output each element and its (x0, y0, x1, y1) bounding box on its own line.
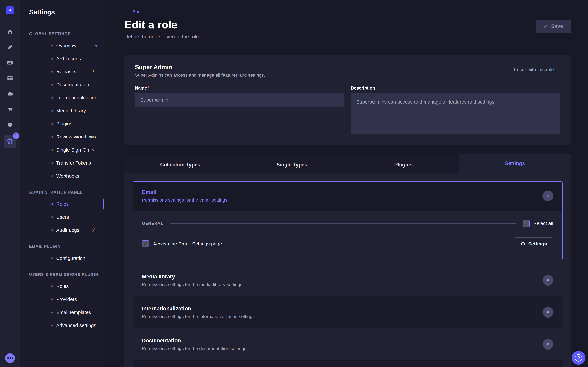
bullet-icon (52, 136, 53, 138)
bullet-icon (52, 257, 53, 259)
bullet-icon (52, 58, 53, 59)
sidebar-item-roles-admin[interactable]: Roles (20, 198, 104, 211)
save-button[interactable]: ✓ Save (536, 20, 571, 33)
rail-divider (0, 20, 20, 20)
accordion-title: Email (142, 189, 227, 195)
name-input[interactable] (135, 93, 344, 107)
expand-button[interactable]: ▼ (543, 275, 553, 286)
sidebar-item-plugins[interactable]: Plugins (20, 117, 104, 130)
accordion-title: Internationalization (142, 306, 255, 312)
chevron-down-icon: ▼ (546, 279, 550, 282)
email-settings-button[interactable]: ⚙ Settings (514, 237, 553, 250)
sidebar-item-media-library[interactable]: Media Library (20, 104, 104, 117)
sidebar-item-review-workflows[interactable]: Review Workflows ⚡ (20, 130, 104, 143)
tab-single-types[interactable]: Single Types (236, 156, 348, 173)
bullet-icon (52, 123, 53, 125)
accordion-internationalization[interactable]: Internationalization Permissions setting… (133, 296, 562, 328)
permission-checkbox[interactable]: ✓ (142, 240, 149, 247)
media-library-icon[interactable] (0, 55, 20, 70)
description-field-group: Description (351, 86, 560, 134)
description-textarea[interactable] (351, 93, 560, 134)
permission-label: Access the Email Settings page (153, 241, 222, 247)
bullet-icon (52, 175, 53, 177)
sidebar-item-overview[interactable]: Overview (20, 39, 104, 52)
subnav-divider (29, 21, 37, 21)
general-label: GENERAL (142, 221, 163, 226)
bullet-icon (52, 216, 53, 218)
gear-glyph-icon: ⚙ (6, 137, 13, 145)
content-manager-feather-icon[interactable] (0, 40, 20, 55)
sidebar-item-configuration[interactable]: Configuration (20, 252, 104, 265)
expand-button[interactable]: ▼ (543, 307, 553, 318)
expand-button[interactable]: ▼ (543, 339, 553, 350)
tab-collection-types[interactable]: Collection Types (124, 156, 236, 173)
checkmark-icon: ✓ (524, 221, 528, 226)
page-title: Edit a role (124, 18, 571, 31)
sidebar-item-internationalization[interactable]: Internationalization (20, 91, 104, 104)
sidebar-item-releases[interactable]: Releases ⚡ (20, 65, 104, 78)
section-administration-panel: ADMINISTRATION PANEL Roles Users Audit L… (20, 190, 104, 237)
tab-plugins[interactable]: Plugins (347, 156, 459, 173)
section-label: ADMINISTRATION PANEL (20, 190, 104, 195)
bullet-icon (52, 149, 53, 151)
sidebar-item-roles-up[interactable]: Roles (20, 280, 104, 293)
sidebar-item-audit-logs[interactable]: Audit Logs ⚡ (20, 224, 104, 237)
sidebar-item-webhooks[interactable]: Webhooks (20, 169, 104, 183)
main-content: ← Back Edit a role Define the rights giv… (104, 0, 588, 367)
marketplace-cart-icon[interactable] (0, 101, 20, 117)
accordion-documentation[interactable]: Documentation Permissions settings for t… (133, 328, 562, 360)
required-mark: * (148, 86, 149, 91)
accordion-title: Media library (142, 274, 242, 280)
strapi-logo-icon[interactable] (6, 6, 14, 14)
tab-settings[interactable]: Settings (459, 154, 571, 173)
users-with-role-button[interactable]: 1 user with this role (507, 64, 560, 76)
accordion-subtitle: Permissions settings for the email setti… (142, 198, 227, 203)
gear-icon: ⚙ (520, 241, 525, 246)
question-mark-icon: ? (575, 354, 582, 362)
sidebar-item-email-templates[interactable]: Email templates (20, 306, 104, 319)
accordion-subtitle: Permissions settings for the Internation… (142, 314, 255, 319)
role-description: Super Admins can access and manage all f… (135, 73, 265, 78)
accordion-email-header[interactable]: Email Permissions settings for the email… (133, 182, 562, 211)
collapse-button[interactable]: ▲ (542, 191, 553, 201)
bullet-icon (52, 299, 53, 300)
cloud-deploy-icon[interactable] (0, 86, 20, 101)
section-label: GLOBAL SETTINGS (20, 32, 104, 36)
icon-rail: ⚙ 1 KD (0, 0, 20, 367)
info-icon[interactable] (0, 117, 20, 133)
sidebar-item-users[interactable]: Users (20, 211, 104, 224)
sidebar-item-single-sign-on[interactable]: Single Sign-On ⚡ (20, 143, 104, 156)
accordion-plugins-marketplace[interactable]: Plugins and marketplace ▼ (133, 360, 562, 367)
bullet-icon (52, 84, 53, 86)
page-subtitle: Define the rights given to the role (124, 34, 571, 40)
checkmark-icon: ✓ (143, 242, 147, 246)
section-email-plugin: EMAIL PLUGIN Configuration (20, 244, 104, 265)
chevron-up-icon: ▲ (546, 194, 550, 198)
back-arrow-icon: ← (124, 9, 130, 15)
back-link[interactable]: ← Back (124, 9, 143, 15)
select-all-label: Select all (533, 221, 553, 226)
active-indicator (103, 199, 104, 209)
bullet-icon (52, 110, 53, 112)
content-type-builder-icon[interactable] (0, 70, 20, 86)
sidebar-item-api-tokens[interactable]: API Tokens (20, 52, 104, 65)
bullet-icon (52, 71, 53, 73)
role-title: Super Admin (135, 64, 265, 71)
user-avatar[interactable]: KD (5, 353, 15, 363)
sidebar-item-advanced-settings[interactable]: Advanced settings (20, 319, 104, 332)
accordion-media-library[interactable]: Media library Permissions settings for t… (133, 264, 562, 296)
select-all-checkbox[interactable]: ✓ (522, 220, 530, 227)
role-card: Super Admin Super Admins can access and … (124, 55, 571, 145)
sidebar-item-transfer-tokens[interactable]: Transfer Tokens (20, 156, 104, 169)
bullet-icon (52, 203, 53, 205)
name-label: Name* (135, 86, 149, 91)
sidebar-item-providers[interactable]: Providers (20, 293, 104, 306)
settings-gear-icon[interactable]: ⚙ 1 (0, 133, 20, 150)
bullet-icon (52, 285, 53, 287)
help-button[interactable]: ? (572, 351, 585, 365)
settings-badge: 1 (13, 133, 19, 139)
bullet-icon (52, 229, 53, 231)
home-icon[interactable] (0, 24, 20, 40)
accordion-subtitle: Permissions settings for the documentati… (142, 346, 246, 351)
sidebar-item-documentation[interactable]: Documentation (20, 78, 104, 91)
